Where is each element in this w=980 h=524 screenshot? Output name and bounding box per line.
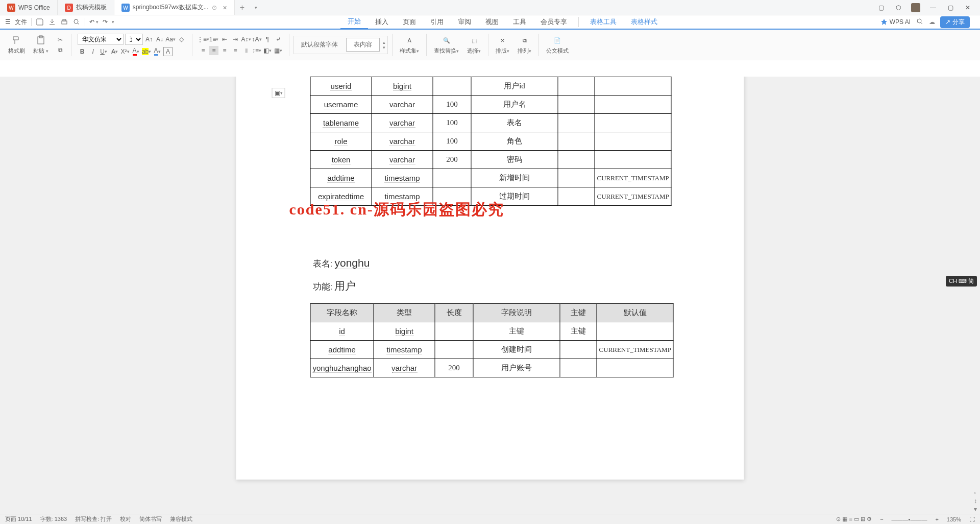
- table-cell[interactable]: 主键: [560, 322, 597, 341]
- table-cell[interactable]: 过期时间: [471, 187, 558, 206]
- highlight-icon[interactable]: ab▾: [142, 47, 151, 56]
- table-cell[interactable]: [595, 132, 671, 151]
- table-cell[interactable]: [433, 187, 471, 206]
- table-row[interactable]: rolevarchar100角色: [310, 132, 671, 151]
- style-down-icon[interactable]: ▾: [383, 45, 385, 50]
- maximize-button[interactable]: ▢: [945, 3, 955, 13]
- table-cell[interactable]: [595, 77, 671, 96]
- table-row[interactable]: usernamevarchar100用户名: [310, 96, 671, 114]
- shading-icon[interactable]: A▾: [153, 47, 162, 56]
- table-cell[interactable]: 新增时间: [471, 169, 558, 187]
- wps-ai-button[interactable]: WPS AI: [880, 18, 911, 26]
- table-cell[interactable]: userid: [310, 77, 372, 96]
- close-button[interactable]: ✕: [963, 3, 973, 13]
- style-table-content[interactable]: 表内容: [346, 38, 380, 52]
- cube-icon[interactable]: ⬡: [893, 3, 903, 13]
- table-cell[interactable]: [558, 169, 595, 187]
- side-tool-1[interactable]: ◦: [974, 489, 979, 494]
- table-cell[interactable]: [595, 96, 671, 114]
- table-row[interactable]: addtimetimestamp新增时间CURRENT_TIMESTAMP: [310, 169, 671, 187]
- align-right-icon[interactable]: ≡: [220, 46, 229, 55]
- table-row[interactable]: idbigint主键主键: [310, 322, 673, 341]
- table-row[interactable]: expiratedtimetimestamp过期时间CURRENT_TIMEST…: [310, 187, 671, 206]
- underline-icon[interactable]: U▾: [99, 47, 108, 56]
- table-cell[interactable]: CURRENT_TIMESTAMP: [597, 341, 673, 359]
- cut-icon[interactable]: ✂: [56, 35, 65, 44]
- align-justify-icon[interactable]: ≡: [231, 46, 240, 55]
- table-cell[interactable]: tablename: [310, 114, 372, 132]
- shrink-font-icon[interactable]: A↓: [155, 35, 164, 44]
- font-name-select[interactable]: 华文仿宋: [78, 34, 124, 45]
- table-cell[interactable]: [597, 359, 673, 377]
- table-cell[interactable]: [558, 132, 595, 151]
- table-cell[interactable]: [433, 77, 471, 96]
- fullscreen-icon[interactable]: ⛶: [969, 516, 975, 522]
- table-cell[interactable]: varchar: [374, 359, 435, 377]
- tab-close-icon[interactable]: ×: [223, 4, 227, 12]
- char-border-icon[interactable]: A: [163, 47, 173, 56]
- table-cell[interactable]: 200: [433, 151, 471, 169]
- proofing-status[interactable]: 校对: [120, 515, 131, 523]
- menu-table-style[interactable]: 表格样式: [624, 15, 665, 29]
- select-button[interactable]: ⬚选择▾: [464, 35, 484, 55]
- cloud-icon[interactable]: ☁: [929, 18, 935, 26]
- zoom-in-icon[interactable]: +: [935, 516, 938, 522]
- align-left-icon[interactable]: ≡: [199, 46, 208, 55]
- bullets-icon[interactable]: ⋮≡▾: [199, 35, 208, 44]
- table-cell[interactable]: 密码: [471, 151, 558, 169]
- paste-button[interactable]: 粘贴 ▾: [30, 35, 52, 55]
- table-cell[interactable]: [560, 341, 597, 359]
- menu-reference[interactable]: 引用: [423, 15, 451, 29]
- styles-button[interactable]: A样式集▾: [397, 35, 422, 55]
- save-icon[interactable]: [36, 18, 44, 26]
- table-cell[interactable]: CURRENT_TIMESTAMP: [595, 187, 671, 206]
- avatar-icon[interactable]: [911, 3, 921, 13]
- table-row[interactable]: addtimetimestamp创建时间CURRENT_TIMESTAMP: [310, 341, 673, 359]
- table-cell[interactable]: [558, 114, 595, 132]
- sort-icon[interactable]: ↕A▾: [252, 35, 261, 44]
- fill-color-icon[interactable]: ◧▾: [263, 46, 272, 55]
- table-row[interactable]: yonghuzhanghaovarchar200用户账号: [310, 359, 673, 377]
- table-cell[interactable]: [433, 169, 471, 187]
- indent-inc-icon[interactable]: ⇥: [231, 35, 240, 44]
- table-cell[interactable]: [597, 322, 673, 341]
- compat-mode[interactable]: 兼容模式: [170, 515, 192, 523]
- menu-view[interactable]: 视图: [478, 15, 506, 29]
- table-cell[interactable]: varchar: [372, 96, 433, 114]
- language-mode[interactable]: 简体书写: [139, 515, 162, 523]
- spellcheck-status[interactable]: 拼写检查: 打开: [75, 515, 112, 523]
- tab-pin-icon[interactable]: ⊙: [212, 4, 217, 11]
- table-cell[interactable]: [560, 359, 597, 377]
- table-cell[interactable]: 用户id: [471, 77, 558, 96]
- line-break-icon[interactable]: ⤶: [274, 35, 283, 44]
- menu-review[interactable]: 审阅: [451, 15, 478, 29]
- page-indicator[interactable]: 页面 10/11: [5, 515, 32, 523]
- doc-mode-button[interactable]: 📄公文模式: [543, 35, 572, 55]
- side-tool-2[interactable]: ↕: [974, 497, 979, 503]
- table-cell[interactable]: token: [310, 151, 372, 169]
- table-cell[interactable]: 角色: [471, 132, 558, 151]
- change-case-icon[interactable]: Aa▾: [166, 35, 175, 44]
- font-size-select[interactable]: 五号: [125, 34, 143, 45]
- word-count[interactable]: 字数: 1363: [40, 515, 67, 523]
- file-menu[interactable]: 文件: [15, 18, 27, 27]
- distribute-icon[interactable]: ⫴: [241, 46, 251, 55]
- table-cell[interactable]: yonghuzhanghao: [310, 359, 374, 377]
- print-icon[interactable]: [60, 18, 68, 26]
- tab-wps-office[interactable]: W WPS Office: [0, 0, 58, 15]
- db-table-2[interactable]: 字段名称类型长度字段说明主键默认值idbigint主键主键addtimetime…: [310, 303, 674, 377]
- tab-add-button[interactable]: +: [235, 0, 250, 15]
- table-cell[interactable]: username: [310, 96, 372, 114]
- table-cell[interactable]: expiratedtime: [310, 187, 372, 206]
- table-cell[interactable]: [558, 151, 595, 169]
- table-cell[interactable]: 100: [433, 96, 471, 114]
- menu-page[interactable]: 页面: [396, 15, 423, 29]
- redo-button[interactable]: ↷: [103, 18, 108, 26]
- numbering-icon[interactable]: 1≡▾: [209, 35, 218, 44]
- pilcrow-icon[interactable]: ¶: [263, 35, 272, 44]
- table-cell[interactable]: 100: [433, 132, 471, 151]
- layout-icon[interactable]: ▢: [876, 3, 886, 13]
- table-cell[interactable]: bigint: [374, 322, 435, 341]
- table-cell[interactable]: varchar: [372, 114, 433, 132]
- table-cell[interactable]: addtime: [310, 169, 372, 187]
